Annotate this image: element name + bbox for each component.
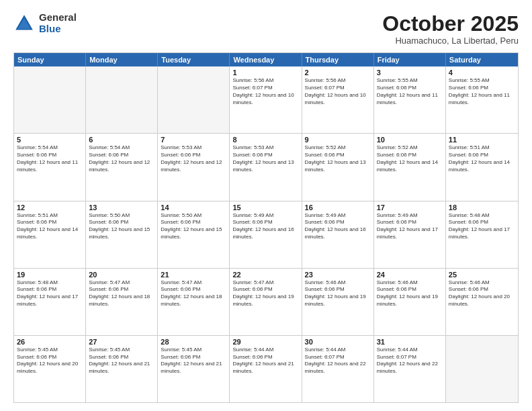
- day-number: 11: [449, 136, 515, 144]
- day-cell-14: 14Sunrise: 5:50 AMSunset: 6:06 PMDayligh…: [158, 201, 230, 268]
- logo-blue-text: Blue: [39, 24, 77, 35]
- day-cell-3: 3Sunrise: 5:55 AMSunset: 6:06 PMDaylight…: [374, 66, 446, 133]
- day-number: 6: [89, 136, 154, 144]
- weekday-header-thursday: Thursday: [302, 53, 374, 66]
- calendar-row-1: 5Sunrise: 5:54 AMSunset: 6:06 PMDaylight…: [14, 133, 518, 200]
- day-cell-2: 2Sunrise: 5:56 AMSunset: 6:07 PMDaylight…: [302, 66, 374, 133]
- logo-text: General Blue: [39, 12, 77, 34]
- day-number: 5: [17, 136, 83, 144]
- header: General Blue October 2025 Huamachuco, La…: [13, 12, 519, 46]
- day-number: 2: [305, 68, 371, 77]
- cell-info: Sunrise: 5:56 AMSunset: 6:07 PMDaylight:…: [232, 77, 298, 106]
- day-cell-30: 30Sunrise: 5:44 AMSunset: 6:07 PMDayligh…: [302, 336, 374, 402]
- weekday-header-tuesday: Tuesday: [158, 53, 230, 66]
- day-cell-10: 10Sunrise: 5:52 AMSunset: 6:06 PMDayligh…: [374, 134, 446, 200]
- weekday-header-monday: Monday: [86, 53, 158, 66]
- cell-info: Sunrise: 5:56 AMSunset: 6:07 PMDaylight:…: [305, 77, 371, 106]
- title-block: October 2025 Huamachuco, La Libertad, Pe…: [382, 12, 519, 46]
- calendar-row-4: 26Sunrise: 5:45 AMSunset: 6:06 PMDayligh…: [14, 335, 518, 402]
- location: Huamachuco, La Libertad, Peru: [382, 36, 519, 46]
- cell-info: Sunrise: 5:55 AMSunset: 6:06 PMDaylight:…: [377, 77, 443, 106]
- day-number: 14: [161, 203, 226, 212]
- day-cell-9: 9Sunrise: 5:52 AMSunset: 6:06 PMDaylight…: [302, 134, 374, 200]
- cell-info: Sunrise: 5:55 AMSunset: 6:06 PMDaylight:…: [449, 77, 515, 106]
- day-number: 31: [377, 338, 443, 346]
- day-cell-15: 15Sunrise: 5:49 AMSunset: 6:06 PMDayligh…: [230, 201, 302, 268]
- day-number: 9: [305, 136, 371, 144]
- cell-info: Sunrise: 5:50 AMSunset: 6:06 PMDaylight:…: [161, 212, 226, 241]
- empty-cell: [86, 66, 158, 133]
- cell-info: Sunrise: 5:50 AMSunset: 6:06 PMDaylight:…: [89, 212, 154, 241]
- weekday-header-wednesday: Wednesday: [230, 53, 302, 66]
- weekday-header-sunday: Sunday: [14, 53, 86, 66]
- day-cell-12: 12Sunrise: 5:51 AMSunset: 6:06 PMDayligh…: [14, 201, 86, 268]
- day-cell-5: 5Sunrise: 5:54 AMSunset: 6:06 PMDaylight…: [14, 134, 86, 200]
- cell-info: Sunrise: 5:44 AMSunset: 6:06 PMDaylight:…: [232, 347, 298, 375]
- day-number: 19: [17, 271, 83, 279]
- cell-info: Sunrise: 5:48 AMSunset: 6:06 PMDaylight:…: [17, 279, 83, 308]
- day-number: 13: [89, 203, 154, 212]
- empty-cell: [446, 336, 518, 402]
- logo-general-text: General: [39, 12, 77, 24]
- calendar-row-3: 19Sunrise: 5:48 AMSunset: 6:06 PMDayligh…: [14, 268, 518, 335]
- day-number: 24: [377, 271, 443, 279]
- calendar-row-2: 12Sunrise: 5:51 AMSunset: 6:06 PMDayligh…: [14, 201, 518, 268]
- logo: General Blue: [13, 12, 77, 34]
- day-number: 29: [232, 338, 298, 346]
- cell-info: Sunrise: 5:54 AMSunset: 6:06 PMDaylight:…: [89, 144, 154, 173]
- day-number: 8: [232, 136, 298, 144]
- day-cell-23: 23Sunrise: 5:46 AMSunset: 6:06 PMDayligh…: [302, 269, 374, 335]
- day-cell-4: 4Sunrise: 5:55 AMSunset: 6:06 PMDaylight…: [446, 66, 518, 133]
- day-number: 17: [377, 203, 443, 212]
- page: General Blue October 2025 Huamachuco, La…: [0, 0, 532, 411]
- logo-icon: [13, 13, 35, 34]
- empty-cell: [14, 66, 86, 133]
- day-cell-13: 13Sunrise: 5:50 AMSunset: 6:06 PMDayligh…: [86, 201, 158, 268]
- weekday-header-friday: Friday: [374, 53, 446, 66]
- day-number: 3: [377, 68, 443, 77]
- cell-info: Sunrise: 5:45 AMSunset: 6:06 PMDaylight:…: [89, 347, 154, 375]
- cell-info: Sunrise: 5:49 AMSunset: 6:06 PMDaylight:…: [377, 212, 443, 241]
- cell-info: Sunrise: 5:46 AMSunset: 6:06 PMDaylight:…: [305, 279, 371, 308]
- cell-info: Sunrise: 5:48 AMSunset: 6:06 PMDaylight:…: [449, 212, 515, 241]
- day-number: 20: [89, 271, 154, 279]
- cell-info: Sunrise: 5:51 AMSunset: 6:06 PMDaylight:…: [17, 212, 83, 241]
- day-number: 10: [377, 136, 443, 144]
- day-cell-31: 31Sunrise: 5:44 AMSunset: 6:07 PMDayligh…: [374, 336, 446, 402]
- day-cell-11: 11Sunrise: 5:51 AMSunset: 6:06 PMDayligh…: [446, 134, 518, 200]
- day-cell-19: 19Sunrise: 5:48 AMSunset: 6:06 PMDayligh…: [14, 269, 86, 335]
- cell-info: Sunrise: 5:49 AMSunset: 6:06 PMDaylight:…: [305, 212, 371, 241]
- day-cell-28: 28Sunrise: 5:45 AMSunset: 6:06 PMDayligh…: [158, 336, 230, 402]
- cell-info: Sunrise: 5:47 AMSunset: 6:06 PMDaylight:…: [161, 279, 226, 308]
- day-number: 1: [232, 68, 298, 77]
- cell-info: Sunrise: 5:45 AMSunset: 6:06 PMDaylight:…: [161, 347, 226, 375]
- month-title: October 2025: [382, 12, 519, 36]
- day-number: 30: [305, 338, 371, 346]
- day-cell-17: 17Sunrise: 5:49 AMSunset: 6:06 PMDayligh…: [374, 201, 446, 268]
- day-cell-18: 18Sunrise: 5:48 AMSunset: 6:06 PMDayligh…: [446, 201, 518, 268]
- day-cell-7: 7Sunrise: 5:53 AMSunset: 6:06 PMDaylight…: [158, 134, 230, 200]
- day-number: 23: [305, 271, 371, 279]
- day-number: 15: [232, 203, 298, 212]
- cell-info: Sunrise: 5:53 AMSunset: 6:06 PMDaylight:…: [161, 144, 226, 173]
- cell-info: Sunrise: 5:44 AMSunset: 6:07 PMDaylight:…: [305, 347, 371, 375]
- empty-cell: [158, 66, 230, 133]
- day-cell-21: 21Sunrise: 5:47 AMSunset: 6:06 PMDayligh…: [158, 269, 230, 335]
- cell-info: Sunrise: 5:52 AMSunset: 6:06 PMDaylight:…: [377, 144, 443, 173]
- cell-info: Sunrise: 5:53 AMSunset: 6:06 PMDaylight:…: [232, 144, 298, 173]
- day-cell-29: 29Sunrise: 5:44 AMSunset: 6:06 PMDayligh…: [230, 336, 302, 402]
- calendar-body: 1Sunrise: 5:56 AMSunset: 6:07 PMDaylight…: [14, 66, 518, 402]
- day-cell-20: 20Sunrise: 5:47 AMSunset: 6:06 PMDayligh…: [86, 269, 158, 335]
- cell-info: Sunrise: 5:44 AMSunset: 6:07 PMDaylight:…: [377, 347, 443, 375]
- day-number: 7: [161, 136, 226, 144]
- day-cell-16: 16Sunrise: 5:49 AMSunset: 6:06 PMDayligh…: [302, 201, 374, 268]
- cell-info: Sunrise: 5:51 AMSunset: 6:06 PMDaylight:…: [449, 144, 515, 173]
- day-number: 12: [17, 203, 83, 212]
- calendar: SundayMondayTuesdayWednesdayThursdayFrid…: [13, 52, 519, 403]
- calendar-header: SundayMondayTuesdayWednesdayThursdayFrid…: [14, 53, 518, 66]
- day-number: 25: [449, 271, 515, 279]
- day-number: 18: [449, 203, 515, 212]
- cell-info: Sunrise: 5:47 AMSunset: 6:06 PMDaylight:…: [89, 279, 154, 308]
- day-cell-25: 25Sunrise: 5:46 AMSunset: 6:06 PMDayligh…: [446, 269, 518, 335]
- cell-info: Sunrise: 5:54 AMSunset: 6:06 PMDaylight:…: [17, 144, 83, 173]
